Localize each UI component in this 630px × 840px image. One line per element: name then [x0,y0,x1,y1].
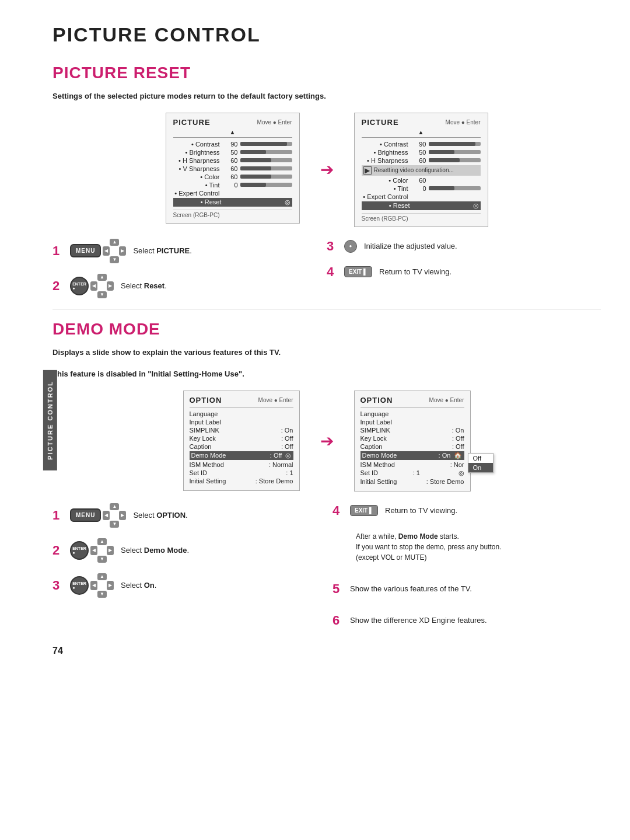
demo-step-4: 4 EXIT ▌ Return to TV viewing. [332,503,601,518]
popup-off-option[interactable]: Off [468,454,493,463]
page-number: 74 [52,646,601,656]
demo-step-5: 5 Show the various features of the TV. [332,581,601,597]
step-4: 4 EXIT ▌ Return to TV viewing. [327,264,601,280]
demo-step-6: 6 Show the difference XD Engine features… [332,613,601,628]
step-2: 2 ENTER● ▲ ◀ ▶ ▼ Select Reset. [52,274,327,298]
demo-step-4-text: Return to TV viewing. [385,506,457,515]
step-4-text: Return to TV viewing. [379,267,452,276]
step-1: 1 MENU ▲ ◀ ▶ ▼ Select PICTURE. [52,239,327,263]
screen-right-nav: Move ● Enter [446,119,481,126]
enter-button-demo-step3[interactable]: ENTER● [70,576,89,595]
exit-button-demo[interactable]: EXIT ▌ [350,505,378,516]
arrow-right-icon: ➔ [320,160,334,179]
enter-button-step3[interactable]: ● [344,240,357,253]
demo-step-5-text: Show the various features of the TV. [350,584,472,593]
row-hsharpness-label: • H Sharpness [173,157,223,164]
picture-screen-left: PICTURE Move ● Enter ▲ • Contrast90 • Br… [166,113,300,224]
popup-on-option[interactable]: On [468,463,493,472]
section1-desc: Settings of the selected picture modes r… [52,90,601,102]
exit-button-step4[interactable]: EXIT ▌ [344,266,372,277]
demo-mode-popup: Off On [468,453,494,473]
enter-button-step2[interactable]: ENTER● [70,277,89,295]
demo-step-4-desc: After a while, Demo Mode starts.If you w… [356,531,601,563]
demo-step-6-text: Show the difference XD Engine features. [350,616,487,625]
menu-button-demo[interactable]: MENU [70,508,101,522]
demo-step-2: 2 ENTER● ▲ ◀ ▶ ▼ Select Demo Mode. [52,538,321,563]
screen-left-footer: Screen (RGB-PC) [173,210,292,218]
step-3-text: Initialize the adjusted value. [364,242,457,250]
row-expert-label: • Expert Control [173,190,223,197]
step-2-text: Select Reset. [121,281,167,290]
screen-left-title: PICTURE [173,118,211,127]
screen-right-title: PICTURE [362,118,399,127]
step-3: 3 ● Initialize the adjusted value. [327,239,601,254]
section2-desc2: This feature is disabled in "Initial Set… [52,368,601,380]
menu-button[interactable]: MENU [70,244,101,257]
demo-step-1: 1 MENU ▲ ◀ ▶ ▼ Select OPTION. [52,503,321,528]
step-1-text: Select PICTURE. [133,246,191,255]
row-reset-label: • Reset [175,198,225,205]
enter-button-demo-step2[interactable]: ENTER● [70,541,89,560]
demo-step-3: 3 ENTER● ▲ ◀ ▶ ▼ Select On. [52,573,321,598]
demo-mode-row-right: Demo Mode : On 🏠 [360,451,464,460]
demo-step-1-text: Select OPTION. [133,511,187,520]
page-title: PICTURE CONTROL [52,23,601,46]
arrow-right-icon-2: ➔ [320,431,334,451]
row-brightness-label: • Brightness [173,149,223,156]
picture-screen-right: PICTURE Move ● Enter ▲ • Contrast90 • Br… [354,113,488,227]
section2-desc1: Displays a slide show to explain the var… [52,347,601,358]
row-tint-label: • Tint [173,182,223,189]
picture-reset-steps: 1 MENU ▲ ◀ ▶ ▼ Select PICTURE. [52,239,601,298]
screen-left-nav: Move ● Enter [257,119,292,126]
row-vsharpness-label: • V Sharpness [173,165,223,172]
section1-title: PICTURE RESET [52,64,601,82]
demo-mode-steps: 1 MENU ▲ ◀ ▶ ▼ Select OPTION. [52,503,601,628]
demo-step-2-text: Select Demo Mode. [121,546,189,555]
side-tab: PICTURE CONTROL [43,370,57,470]
row-color-label: • Color [173,173,223,180]
demo-mode-screenshots: OPTION Move ● Enter Language Input Label… [52,391,601,492]
demo-step-3-text: Select On. [121,581,156,590]
screen-right-footer: Screen (RGB-PC) [362,213,481,222]
demo-mode-row-left: Demo Mode : Off ◎ [190,451,293,460]
section-divider-1 [52,309,601,309]
option-screen-left: OPTION Move ● Enter Language Input Label… [183,391,300,491]
picture-reset-screenshots: PICTURE Move ● Enter ▲ • Contrast90 • Br… [52,113,601,227]
section2-title: DEMO MODE [52,320,601,339]
option-screen-right: OPTION Move ● Enter Language Input Label… [354,391,471,492]
row-contrast-label: • Contrast [173,141,223,148]
